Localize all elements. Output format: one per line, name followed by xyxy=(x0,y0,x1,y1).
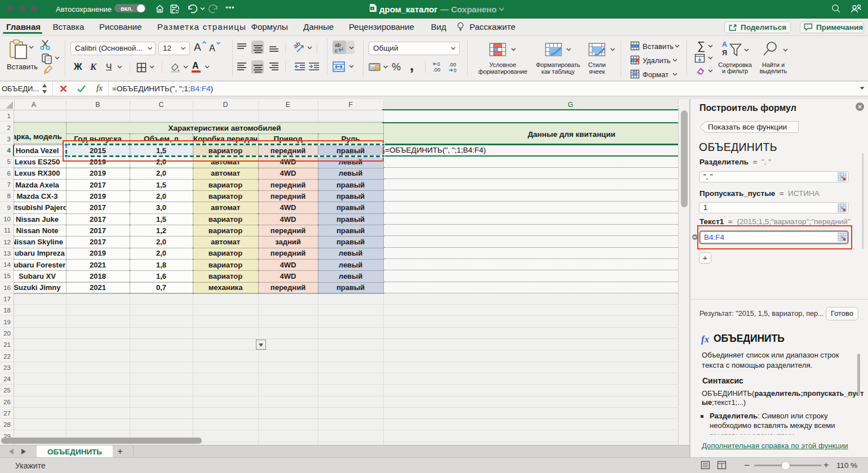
svg-text:0: 0 xyxy=(454,68,457,73)
svg-text:.00: .00 xyxy=(449,62,456,68)
svg-text:.00: .00 xyxy=(433,66,440,73)
svg-text:x: x xyxy=(371,7,373,10)
svg-text:c: c xyxy=(335,47,338,53)
svg-text:00: 00 xyxy=(371,66,375,69)
